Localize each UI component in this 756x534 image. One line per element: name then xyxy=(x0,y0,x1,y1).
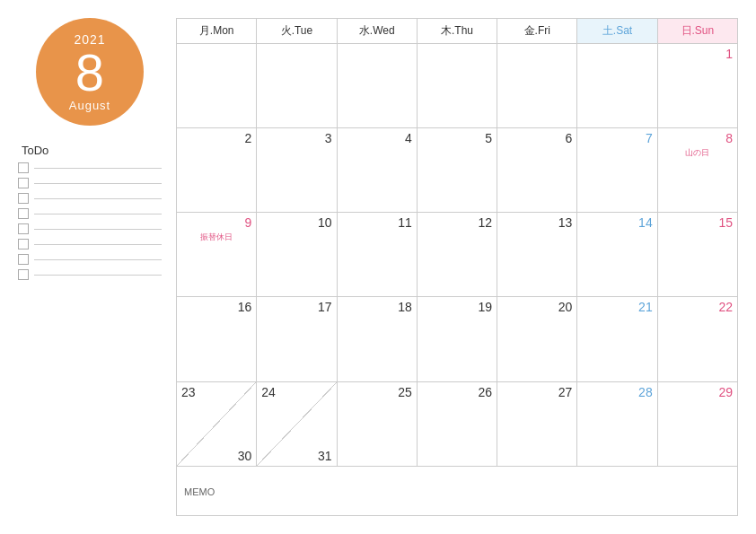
todo-item-2 xyxy=(18,178,162,188)
page: 2021 8 August ToDo xyxy=(0,0,756,534)
todo-line-1 xyxy=(34,168,162,169)
calendar-table: 月.Mon 火.Tue 水.Wed 木.Thu 金.Fri 土.Sat 日.Su… xyxy=(176,18,738,516)
cell-w5-tue: 24 31 xyxy=(257,381,337,466)
cell-w1-sat xyxy=(577,44,657,128)
col-mon: 月.Mon xyxy=(177,19,257,44)
todo-item-3 xyxy=(18,193,162,204)
memo-cell: MEMO xyxy=(177,466,738,515)
cell-w2-tue: 3 xyxy=(257,128,337,213)
month-circle: 2021 8 August xyxy=(36,18,144,126)
cell-w2-thu: 5 xyxy=(417,128,497,213)
memo-row: MEMO xyxy=(177,466,738,515)
day-15: 15 xyxy=(663,215,733,230)
day-20: 20 xyxy=(502,300,572,314)
cell-w3-wed: 11 xyxy=(337,213,417,297)
day-14: 14 xyxy=(582,215,652,230)
todo-checkbox-7[interactable] xyxy=(18,254,29,265)
todo-checkbox-4[interactable] xyxy=(18,208,29,219)
cell-w4-tue: 17 xyxy=(257,297,337,381)
cell-w4-fri: 20 xyxy=(497,297,577,381)
day-29: 29 xyxy=(663,385,733,399)
header-row: 月.Mon 火.Tue 水.Wed 木.Thu 金.Fri 土.Sat 日.Su… xyxy=(177,19,738,44)
calendar-panel: 月.Mon 火.Tue 水.Wed 木.Thu 金.Fri 土.Sat 日.Su… xyxy=(176,18,738,516)
todo-checkbox-2[interactable] xyxy=(18,178,29,188)
cell-w5-wed: 25 xyxy=(337,381,417,466)
day-12: 12 xyxy=(422,215,492,230)
day-19: 19 xyxy=(422,300,492,314)
day-28: 28 xyxy=(582,385,652,399)
month-name: August xyxy=(69,99,110,112)
day-25: 25 xyxy=(342,385,412,399)
cell-w1-fri xyxy=(497,44,577,128)
todo-item-6 xyxy=(18,239,162,249)
day-24: 24 xyxy=(261,385,276,399)
col-tue: 火.Tue xyxy=(257,19,337,44)
day-13: 13 xyxy=(502,215,572,230)
todo-checkbox-5[interactable] xyxy=(18,223,29,234)
cell-w4-wed: 18 xyxy=(337,297,417,381)
day-17: 17 xyxy=(261,300,331,314)
memo-label: MEMO xyxy=(184,486,215,497)
cell-w2-fri: 6 xyxy=(497,128,577,213)
cell-w5-sat: 28 xyxy=(577,381,657,466)
todo-item-5 xyxy=(18,223,162,234)
cell-w5-mon: 23 30 xyxy=(177,381,257,466)
cell-w4-sun: 22 xyxy=(657,297,737,381)
cell-w3-sat: 14 xyxy=(577,213,657,297)
todo-line-4 xyxy=(34,214,162,214)
cell-w2-sun: 8 山の日 xyxy=(657,128,737,213)
cell-w2-mon: 2 xyxy=(177,128,257,213)
day-7: 7 xyxy=(582,131,652,145)
cell-w3-fri: 13 xyxy=(497,213,577,297)
day-31: 31 xyxy=(318,449,332,463)
day-21: 21 xyxy=(582,300,652,314)
cell-w3-tue: 10 xyxy=(257,213,337,297)
cell-w1-wed xyxy=(337,44,417,128)
todo-line-2 xyxy=(34,183,162,184)
cell-w1-sun: 1 xyxy=(657,44,737,128)
todo-item-8 xyxy=(18,269,162,280)
day-16: 16 xyxy=(181,300,251,314)
day-26: 26 xyxy=(422,385,492,399)
cell-w5-thu: 26 xyxy=(417,381,497,466)
cell-w3-sun: 15 xyxy=(657,213,737,297)
todo-line-6 xyxy=(34,244,162,245)
left-panel: 2021 8 August ToDo xyxy=(18,18,162,516)
todo-checkbox-8[interactable] xyxy=(18,269,29,280)
cell-w2-sat: 7 xyxy=(577,128,657,213)
holiday-yama: 山の日 xyxy=(663,147,733,159)
cell-w4-sat: 21 xyxy=(577,297,657,381)
week-5: 23 30 24 31 25 26 27 xyxy=(177,381,738,466)
day-30: 30 xyxy=(238,449,252,463)
todo-line-3 xyxy=(34,198,162,199)
week-4: 16 17 18 19 20 21 xyxy=(177,297,738,381)
todo-checkbox-3[interactable] xyxy=(18,193,29,204)
day-8: 8 xyxy=(663,131,733,145)
day-1: 1 xyxy=(663,47,733,61)
todo-checkbox-6[interactable] xyxy=(18,239,29,249)
day-6: 6 xyxy=(502,131,572,145)
cell-w1-tue xyxy=(257,44,337,128)
todo-section: ToDo xyxy=(18,144,162,285)
cell-w3-mon: 9 振替休日 xyxy=(177,213,257,297)
cell-w5-fri: 27 xyxy=(497,381,577,466)
col-thu: 木.Thu xyxy=(417,19,497,44)
cell-w2-wed: 4 xyxy=(337,128,417,213)
day-4: 4 xyxy=(342,131,412,145)
todo-checkbox-1[interactable] xyxy=(18,162,29,173)
todo-item-4 xyxy=(18,208,162,219)
todo-line-8 xyxy=(34,275,162,276)
todo-line-5 xyxy=(34,229,162,230)
col-wed: 水.Wed xyxy=(337,19,417,44)
day-3: 3 xyxy=(261,131,331,145)
holiday-furikae: 振替休日 xyxy=(181,232,251,243)
week-2: 2 3 4 5 6 7 xyxy=(177,128,738,213)
day-9: 9 xyxy=(181,215,251,230)
day-27: 27 xyxy=(502,385,572,399)
col-sun: 日.Sun xyxy=(657,19,737,44)
cell-w1-thu xyxy=(417,44,497,128)
col-fri: 金.Fri xyxy=(497,19,577,44)
day-10: 10 xyxy=(261,215,331,230)
day-5: 5 xyxy=(422,131,492,145)
week-3: 9 振替休日 10 11 12 13 xyxy=(177,213,738,297)
